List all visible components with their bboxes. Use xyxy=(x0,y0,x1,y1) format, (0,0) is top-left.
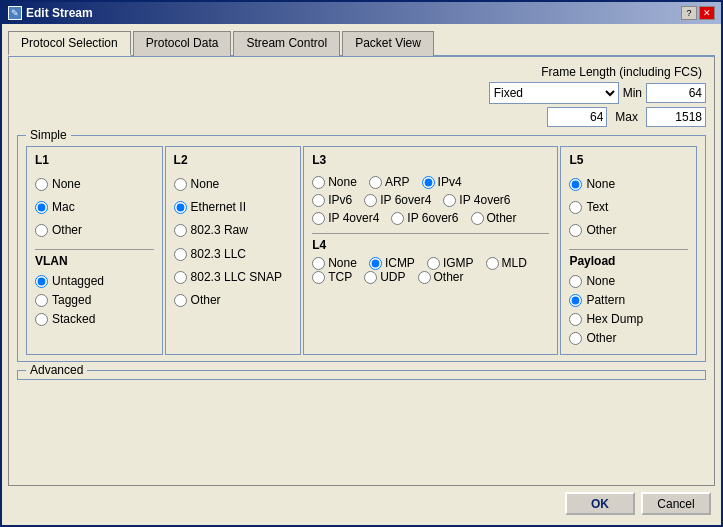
payload-pattern[interactable]: Pattern xyxy=(569,291,688,310)
l4-icmp-radio[interactable] xyxy=(369,257,382,270)
l2-llc-radio[interactable] xyxy=(174,248,187,261)
payload-other[interactable]: Other xyxy=(569,329,688,348)
l4-icmp[interactable]: ICMP xyxy=(369,256,415,270)
l3-arp-radio[interactable] xyxy=(369,176,382,189)
l2-raw[interactable]: 802.3 Raw xyxy=(174,221,293,240)
l4-other-radio[interactable] xyxy=(418,271,431,284)
l4-mld[interactable]: MLD xyxy=(486,256,527,270)
tab-protocol-data[interactable]: Protocol Data xyxy=(133,31,232,56)
l4-igmp-radio[interactable] xyxy=(427,257,440,270)
l3-ipv4[interactable]: IPv4 xyxy=(422,175,462,189)
max-input[interactable] xyxy=(646,107,706,127)
vlan-untagged[interactable]: Untagged xyxy=(35,272,154,291)
l3-none-radio[interactable] xyxy=(312,176,325,189)
l3-4over6-label: IP 4over6 xyxy=(459,193,510,207)
l5-other[interactable]: Other xyxy=(569,221,688,240)
l4-none-radio[interactable] xyxy=(312,257,325,270)
frame-mode-select[interactable]: Fixed Random Increment Decrement xyxy=(489,82,619,104)
vlan-untagged-radio[interactable] xyxy=(35,275,48,288)
l2-llc[interactable]: 802.3 LLC xyxy=(174,245,293,264)
payload-none-radio[interactable] xyxy=(569,275,582,288)
l3-4over6[interactable]: IP 4over6 xyxy=(443,193,510,207)
l4-mld-radio[interactable] xyxy=(486,257,499,270)
max-label: Max xyxy=(615,110,638,124)
l4-none[interactable]: None xyxy=(312,256,357,270)
l2-none-radio[interactable] xyxy=(174,178,187,191)
l3-other[interactable]: Other xyxy=(471,211,517,225)
l4-udp[interactable]: UDP xyxy=(364,270,405,284)
l2-other-radio[interactable] xyxy=(174,294,187,307)
l3-ipv6-radio[interactable] xyxy=(312,194,325,207)
l4-icmp-label: ICMP xyxy=(385,256,415,270)
main-window: ✎ Edit Stream ? ✕ Protocol Selection Pro… xyxy=(0,0,723,527)
l3-ipv4-radio[interactable] xyxy=(422,176,435,189)
l3-row1: None ARP IPv4 xyxy=(312,175,549,189)
current-value-input[interactable] xyxy=(547,107,607,127)
tab-content-area: Frame Length (including FCS) Fixed Rando… xyxy=(8,57,715,486)
payload-other-radio[interactable] xyxy=(569,332,582,345)
l3-4over4-label: IP 4over4 xyxy=(328,211,379,225)
l1-mac-radio[interactable] xyxy=(35,201,48,214)
l2-eth2[interactable]: Ethernet II xyxy=(174,198,293,217)
l2-column: L2 None Ethernet II 802.3 Raw xyxy=(165,146,302,355)
payload-none[interactable]: None xyxy=(569,272,688,291)
tab-protocol-selection[interactable]: Protocol Selection xyxy=(8,31,131,56)
l3-row3: IP 4over4 IP 6over6 Other xyxy=(312,211,549,225)
l1-none-radio[interactable] xyxy=(35,178,48,191)
l2-other-label: Other xyxy=(191,291,221,310)
l5-none-radio[interactable] xyxy=(569,178,582,191)
l3-6over4-label: IP 6over4 xyxy=(380,193,431,207)
l3-arp[interactable]: ARP xyxy=(369,175,410,189)
l4-igmp[interactable]: IGMP xyxy=(427,256,474,270)
vlan-tagged[interactable]: Tagged xyxy=(35,291,154,310)
l1-other[interactable]: Other xyxy=(35,221,154,240)
l5-text[interactable]: Text xyxy=(569,198,688,217)
l2-raw-radio[interactable] xyxy=(174,224,187,237)
l3-4over6-radio[interactable] xyxy=(443,194,456,207)
l4-row2: TCP UDP Other xyxy=(312,270,549,284)
payload-pattern-radio[interactable] xyxy=(569,294,582,307)
tab-stream-control[interactable]: Stream Control xyxy=(233,31,340,56)
l1-mac[interactable]: Mac xyxy=(35,198,154,217)
l3-none[interactable]: None xyxy=(312,175,357,189)
cancel-button[interactable]: Cancel xyxy=(641,492,711,515)
l2-none[interactable]: None xyxy=(174,175,293,194)
close-button[interactable]: ✕ xyxy=(699,6,715,20)
l3-6over6[interactable]: IP 6over6 xyxy=(391,211,458,225)
tab-packet-view[interactable]: Packet View xyxy=(342,31,434,56)
l2-llcsnap-radio[interactable] xyxy=(174,271,187,284)
l4-tcp[interactable]: TCP xyxy=(312,270,352,284)
ok-button[interactable]: OK xyxy=(565,492,635,515)
l1-none[interactable]: None xyxy=(35,175,154,194)
frame-length-label: Frame Length (including FCS) xyxy=(541,65,702,79)
l3-4over4[interactable]: IP 4over4 xyxy=(312,211,379,225)
vlan-tagged-radio[interactable] xyxy=(35,294,48,307)
min-label: Min xyxy=(623,86,642,100)
l2-other[interactable]: Other xyxy=(174,291,293,310)
l3-4over4-radio[interactable] xyxy=(312,212,325,225)
l5-other-radio[interactable] xyxy=(569,224,582,237)
l3-6over4-radio[interactable] xyxy=(364,194,377,207)
payload-hexdump[interactable]: Hex Dump xyxy=(569,310,688,329)
l3-6over6-radio[interactable] xyxy=(391,212,404,225)
l2-llcsnap[interactable]: 802.3 LLC SNAP xyxy=(174,268,293,287)
payload-hexdump-radio[interactable] xyxy=(569,313,582,326)
l1-other-radio[interactable] xyxy=(35,224,48,237)
help-button[interactable]: ? xyxy=(681,6,697,20)
l2-eth2-radio[interactable] xyxy=(174,201,187,214)
l5-header: L5 xyxy=(569,153,688,167)
vlan-stacked-radio[interactable] xyxy=(35,313,48,326)
window-icon: ✎ xyxy=(8,6,22,20)
vlan-header: VLAN xyxy=(35,254,154,268)
min-input[interactable] xyxy=(646,83,706,103)
l4-other[interactable]: Other xyxy=(418,270,464,284)
l4-tcp-radio[interactable] xyxy=(312,271,325,284)
vlan-stacked[interactable]: Stacked xyxy=(35,310,154,329)
l5-text-radio[interactable] xyxy=(569,201,582,214)
l4-other-label: Other xyxy=(434,270,464,284)
l3-other-radio[interactable] xyxy=(471,212,484,225)
l5-none[interactable]: None xyxy=(569,175,688,194)
l3-ipv6[interactable]: IPv6 xyxy=(312,193,352,207)
l3-6over4[interactable]: IP 6over4 xyxy=(364,193,431,207)
l4-udp-radio[interactable] xyxy=(364,271,377,284)
